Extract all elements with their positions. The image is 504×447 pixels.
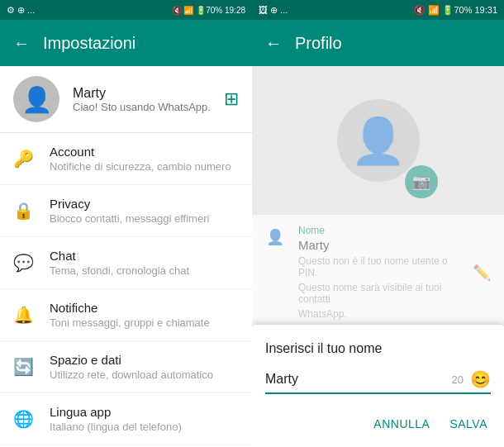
settings-item-notifications[interactable]: 🔔 Notifiche Toni messaggi, gruppi e chia… (0, 289, 252, 341)
settings-chat-title: Chat (50, 249, 239, 263)
avatar: 👤 (13, 76, 59, 122)
settings-profile-row[interactable]: 👤 Marty Ciao! Sto usando WhatsApp. ⊞ (0, 66, 252, 133)
name-hint3: WhatsApp. (298, 308, 459, 320)
back-button-left[interactable]: ← (13, 34, 30, 53)
left-status-bar: ⚙ ⊕ ... 🔇 📶 🔋70% 19:28 (0, 0, 252, 20)
settings-account-subtitle: Notifiche di sicurezza, cambio numero (50, 160, 239, 173)
right-toolbar: ← Profilo (252, 20, 504, 66)
settings-language-text: Lingua app Italiano (lingua del telefono… (50, 405, 239, 433)
big-person-icon: 👤 (350, 115, 406, 167)
settings-storage-title: Spazio e dati (50, 353, 239, 367)
profile-info: Marty Ciao! Sto usando WhatsApp. (73, 86, 211, 113)
left-status-icons: ⚙ ⊕ ... (7, 5, 35, 16)
right-status-right: 🔇 📶 🔋70% 19:31 (414, 5, 497, 16)
left-toolbar: ← Impostazioni (0, 20, 252, 66)
settings-storage-subtitle: Utilizzo rete, download automatico (50, 369, 239, 381)
edit-name-icon[interactable]: ✏️ (473, 264, 491, 282)
camera-icon: 📷 (412, 173, 430, 191)
profile-picture-area: 👤 📷 (252, 66, 504, 215)
person-icon: 👤 (21, 85, 52, 114)
settings-item-storage[interactable]: 🔄 Spazio e dati Utilizzo rete, download … (0, 341, 252, 393)
settings-account-text: Account Notifiche di sicurezza, cambio n… (50, 145, 239, 173)
settings-notifications-text: Notifiche Toni messaggi, gruppi e chiama… (50, 301, 239, 329)
right-panel: 🖼 ⊕ ... 🔇 📶 🔋70% 19:31 ← Profilo 👤 📷 👤 N… (252, 0, 504, 447)
settings-item-language[interactable]: 🌐 Lingua app Italiano (lingua del telefo… (0, 393, 252, 445)
key-icon: 🔑 (13, 149, 33, 169)
name-label: Nome (298, 225, 459, 236)
emoji-button[interactable]: 😊 (470, 369, 491, 389)
person-row-icon: 👤 (265, 225, 285, 246)
name-row-content: Nome Marty Questo non è il tuo nome uten… (298, 225, 459, 320)
right-status-bar: 🖼 ⊕ ... 🔇 📶 🔋70% 19:31 (252, 0, 504, 20)
chat-icon: 💬 (13, 253, 33, 273)
settings-account-title: Account (50, 145, 239, 159)
bell-icon: 🔔 (13, 305, 33, 325)
camera-button[interactable]: 📷 (405, 165, 438, 198)
settings-list: 🔑 Account Notifiche di sicurezza, cambio… (0, 133, 252, 447)
big-avatar: 👤 (337, 99, 420, 182)
dialog-title: Inserisci il tuo nome (265, 341, 491, 356)
dialog-actions: ANNULLA SALVA (265, 397, 491, 437)
settings-storage-text: Spazio e dati Utilizzo rete, download au… (50, 353, 239, 381)
settings-item-chat[interactable]: 💬 Chat Tema, sfondi, cronologia chat (0, 237, 252, 289)
settings-item-account[interactable]: 🔑 Account Notifiche di sicurezza, cambio… (0, 133, 252, 185)
name-edit-dialog: Inserisci il tuo nome 20 😊 ANNULLA SALVA (252, 325, 504, 447)
profile-name: Marty (73, 86, 211, 101)
qr-icon[interactable]: ⊞ (224, 88, 239, 110)
dialog-input-row: 20 😊 (265, 369, 491, 394)
name-row[interactable]: 👤 Nome Marty Questo non è il tuo nome ut… (252, 215, 504, 330)
back-button-right[interactable]: ← (265, 34, 282, 53)
settings-language-title: Lingua app (50, 405, 239, 419)
left-status-right: 🔇 📶 🔋70% 19:28 (172, 6, 245, 15)
name-hint: Questo non è il tuo nome utente o PIN. (298, 255, 459, 278)
char-count: 20 (452, 373, 464, 386)
left-panel: ⚙ ⊕ ... 🔇 📶 🔋70% 19:28 ← Impostazioni 👤 … (0, 0, 252, 447)
settings-privacy-subtitle: Blocco contatti, messaggi effimeri (50, 212, 239, 225)
settings-privacy-text: Privacy Blocco contatti, messaggi effime… (50, 197, 239, 225)
storage-icon: 🔄 (13, 357, 33, 377)
settings-language-subtitle: Italiano (lingua del telefono) (50, 421, 239, 433)
settings-chat-subtitle: Tema, sfondi, cronologia chat (50, 264, 239, 277)
name-value: Marty (298, 238, 459, 252)
profile-status: Ciao! Sto usando WhatsApp. (73, 101, 211, 113)
right-status-left: 🖼 ⊕ ... (259, 5, 288, 16)
settings-item-privacy[interactable]: 🔒 Privacy Blocco contatti, messaggi effi… (0, 185, 252, 237)
settings-notifications-title: Notifiche (50, 301, 239, 315)
cancel-button[interactable]: ANNULLA (370, 411, 433, 437)
name-input[interactable] (265, 372, 445, 387)
globe-icon: 🌐 (13, 409, 33, 429)
lock-icon: 🔒 (13, 201, 33, 221)
left-toolbar-title: Impostazioni (43, 34, 136, 53)
settings-notifications-subtitle: Toni messaggi, gruppi e chiamate (50, 316, 239, 329)
name-hint2: Questo nome sarà visibile ai tuoi contat… (298, 282, 459, 305)
save-button[interactable]: SALVA (446, 411, 491, 437)
settings-chat-text: Chat Tema, sfondi, cronologia chat (50, 249, 239, 277)
profile-content: 👤 📷 👤 Nome Marty Questo non è il tuo nom… (252, 66, 504, 447)
settings-privacy-title: Privacy (50, 197, 239, 211)
right-toolbar-title: Profilo (295, 34, 342, 53)
